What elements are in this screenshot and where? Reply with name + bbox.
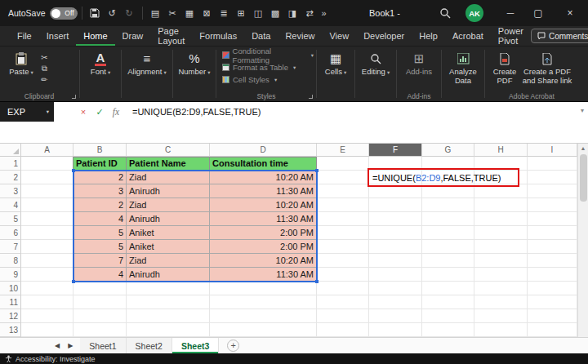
cell-C8[interactable]: Ziad	[127, 254, 210, 268]
save-icon[interactable]	[87, 4, 103, 22]
row-header-1[interactable]: 1	[0, 157, 21, 171]
analyze-data-button[interactable]: Analyze Data	[444, 49, 482, 86]
worksheet-grid[interactable]: ABCDEFGHI12345678910111213Patient IDPati…	[0, 144, 577, 337]
format-painter-icon[interactable]: ✏	[41, 75, 47, 84]
cell-I2[interactable]	[528, 171, 577, 184]
column-header-H[interactable]: H	[474, 144, 528, 157]
cell-A6[interactable]	[21, 226, 74, 240]
cell-G13[interactable]	[422, 323, 474, 337]
cell-D2[interactable]: 10:20 AM	[210, 171, 317, 184]
cell-A1[interactable]	[21, 157, 74, 171]
cell-H11[interactable]	[474, 295, 528, 309]
menu-tab-page-layout[interactable]: Page Layout	[150, 26, 192, 46]
cell-E1[interactable]	[317, 157, 369, 171]
format-as-table-button[interactable]: Format as Table▾	[222, 61, 296, 73]
cell-styles-button[interactable]: Cell Styles▾	[222, 73, 277, 86]
column-header-G[interactable]: G	[422, 144, 474, 157]
cell-E13[interactable]	[317, 323, 369, 337]
cell-B13[interactable]	[74, 323, 127, 337]
cell-A2[interactable]	[21, 171, 74, 184]
cell-A4[interactable]	[21, 198, 74, 212]
undo-icon[interactable]: ↺	[105, 4, 120, 22]
swap-arrows-icon[interactable]: ⇄	[302, 4, 318, 22]
cell-B6[interactable]: 5	[74, 226, 127, 240]
sheet-tab-sheet3[interactable]: Sheet3	[172, 338, 219, 353]
cell-B9[interactable]: 4	[74, 268, 127, 282]
cell-D11[interactable]	[210, 295, 317, 309]
menu-tab-view[interactable]: View	[322, 26, 356, 46]
insert-function-icon[interactable]: fx	[108, 107, 124, 117]
paste-button[interactable]: Paste▾	[5, 49, 38, 77]
row-header-6[interactable]: 6	[0, 226, 21, 240]
cell-F9[interactable]	[369, 268, 422, 282]
copy-icon[interactable]: ⧉	[41, 64, 47, 73]
cell-G6[interactable]	[422, 226, 474, 240]
name-box[interactable]: EXP▾	[0, 102, 54, 122]
cell-H13[interactable]	[474, 323, 528, 337]
cell-C5[interactable]: Anirudh	[127, 212, 210, 226]
column-header-B[interactable]: B	[74, 144, 127, 157]
maximize-button[interactable]: ▢	[524, 0, 552, 26]
cell-H9[interactable]	[474, 268, 528, 282]
half-box-icon[interactable]: ◨	[285, 4, 301, 22]
cell-E12[interactable]	[317, 309, 369, 323]
cell-E7[interactable]	[317, 240, 369, 254]
cell-B8[interactable]: 7	[74, 254, 127, 268]
cancel-icon[interactable]: ×	[75, 107, 91, 117]
enter-icon[interactable]: ✓	[91, 107, 108, 118]
row-header-2[interactable]: 2	[0, 171, 21, 184]
cell-I11[interactable]	[528, 295, 577, 309]
cell-B11[interactable]	[74, 295, 127, 309]
cell-C3[interactable]: Anirudh	[127, 184, 210, 198]
autosave-switch-icon[interactable]: Off	[50, 7, 78, 20]
column-header-C[interactable]: C	[127, 144, 210, 157]
select-all-corner[interactable]	[0, 144, 21, 157]
cell-D4[interactable]: 10:20 AM	[210, 198, 317, 212]
toolbar-overflow-icon[interactable]: »	[322, 8, 327, 18]
sheet-tab-sheet2[interactable]: Sheet2	[127, 338, 172, 353]
cell-C6[interactable]: Aniket	[127, 226, 210, 240]
close-button[interactable]: ×	[552, 0, 588, 26]
cell-D10[interactable]	[210, 282, 317, 295]
menu-tab-acrobat[interactable]: Acrobat	[445, 26, 491, 46]
cell-D5[interactable]: 11:30 AM	[210, 212, 317, 226]
menu-tab-power-pivot[interactable]: Power Pivot	[491, 26, 531, 46]
plus-box-icon[interactable]: ⊞	[234, 4, 249, 22]
cell-C13[interactable]	[127, 323, 210, 337]
cell-B3[interactable]: 3	[74, 184, 127, 198]
cell-E2[interactable]	[317, 171, 369, 184]
new-sheet-button[interactable]: +	[227, 340, 239, 352]
cell-A8[interactable]	[21, 254, 74, 268]
cell-H8[interactable]	[474, 254, 528, 268]
cell-D8[interactable]: 10:20 AM	[210, 254, 317, 268]
font-button[interactable]: A Font▾	[82, 49, 118, 77]
clipboard-dialog-launcher-icon[interactable]	[72, 95, 76, 99]
shaded-grid-icon[interactable]: ▩	[268, 4, 283, 22]
row-header-3[interactable]: 3	[0, 184, 21, 198]
cell-G11[interactable]	[422, 295, 474, 309]
menu-tab-formulas[interactable]: Formulas	[192, 26, 244, 46]
cell-I3[interactable]	[528, 184, 577, 198]
cell-E4[interactable]	[317, 198, 369, 212]
cell-A9[interactable]	[21, 268, 74, 282]
cell-I13[interactable]	[528, 323, 577, 337]
cell-A13[interactable]	[21, 323, 74, 337]
cell-F7[interactable]	[369, 240, 422, 254]
sheet-nav-left-icon[interactable]: ◀	[51, 342, 64, 349]
menu-tab-home[interactable]: Home	[76, 26, 114, 46]
row-header-11[interactable]: 11	[0, 295, 21, 309]
lines-icon[interactable]: ≣	[216, 4, 232, 22]
cell-E11[interactable]	[317, 295, 369, 309]
create-pdf-share-button[interactable]: Create a PDF and Share link	[522, 49, 572, 86]
column-header-F[interactable]: F	[369, 144, 422, 157]
cell-F4[interactable]	[369, 198, 422, 212]
cut-icon[interactable]: ✂	[41, 53, 47, 62]
cell-C12[interactable]	[127, 309, 210, 323]
menu-tab-draw[interactable]: Draw	[115, 26, 151, 46]
menu-tab-insert[interactable]: Insert	[39, 26, 77, 46]
row-header-5[interactable]: 5	[0, 212, 21, 226]
cell-A10[interactable]	[21, 282, 74, 295]
cell-E9[interactable]	[317, 268, 369, 282]
scissors-icon[interactable]: ✂	[165, 4, 180, 22]
table-icon[interactable]: ▦	[182, 4, 198, 22]
